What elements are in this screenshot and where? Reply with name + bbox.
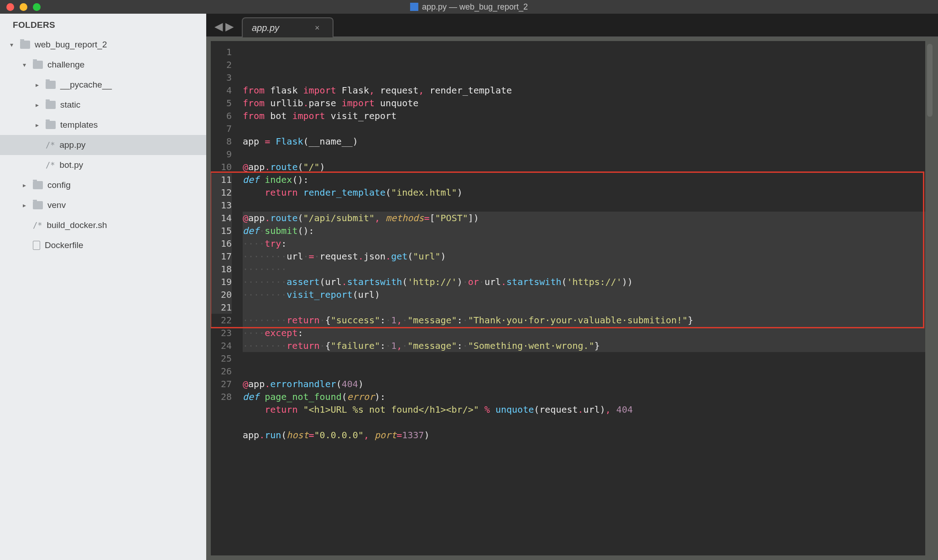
code-line[interactable]: @app.route("/") <box>243 161 933 173</box>
line-number[interactable]: 7 <box>211 122 232 135</box>
line-number[interactable]: 22 <box>211 314 232 327</box>
tree-item[interactable]: /*app.py <box>0 135 206 155</box>
code-line[interactable]: def index(): <box>243 173 933 186</box>
tab-close-icon[interactable]: × <box>315 23 320 33</box>
source-file-icon: /* <box>46 161 55 170</box>
code-line[interactable]: ····try: <box>243 237 933 250</box>
minimize-icon[interactable] <box>20 3 27 11</box>
line-number[interactable]: 23 <box>211 327 232 339</box>
chevron-down-icon[interactable]: ▾ <box>23 61 28 68</box>
nav-back-icon[interactable]: ◀ <box>214 20 223 33</box>
tree-item[interactable]: Dockerfile <box>0 235 206 255</box>
line-number[interactable]: 12 <box>211 186 232 199</box>
line-number[interactable]: 25 <box>211 352 232 365</box>
code-line[interactable]: ····except: <box>243 327 933 339</box>
folder-tree[interactable]: ▾web_bug_report_2▾challenge▸__pycache__▸… <box>0 35 206 255</box>
tree-item[interactable]: ▸config <box>0 175 206 195</box>
tree-item-label: challenge <box>47 60 84 70</box>
body: FOLDERS ▾web_bug_report_2▾challenge▸__py… <box>0 14 938 560</box>
line-number[interactable]: 9 <box>211 148 232 161</box>
tree-item[interactable]: ▸venv <box>0 195 206 215</box>
tree-item[interactable]: ▸__pycache__ <box>0 75 206 95</box>
code-line[interactable]: ········ <box>243 263 933 275</box>
line-number[interactable]: 17 <box>211 250 232 263</box>
tree-item-label: web_bug_report_2 <box>35 40 107 50</box>
line-number[interactable]: 15 <box>211 224 232 237</box>
code-line[interactable] <box>243 199 933 212</box>
line-number[interactable]: 8 <box>211 135 232 148</box>
tree-item[interactable]: ▸templates <box>0 115 206 135</box>
code-line[interactable] <box>243 416 933 429</box>
line-number[interactable]: 3 <box>211 71 232 84</box>
line-number[interactable]: 26 <box>211 365 232 378</box>
code-line[interactable]: ········visit_report(url) <box>243 288 933 301</box>
line-number[interactable]: 6 <box>211 109 232 122</box>
line-number[interactable]: 27 <box>211 378 232 390</box>
code-line[interactable] <box>243 352 933 365</box>
line-number[interactable]: 20 <box>211 288 232 301</box>
vertical-scrollbar[interactable] <box>927 44 933 117</box>
tree-item[interactable]: /*bot.py <box>0 155 206 175</box>
chevron-right-icon[interactable]: ▸ <box>23 202 28 209</box>
code-line[interactable] <box>243 122 933 135</box>
window-controls <box>6 3 41 11</box>
code-line[interactable]: def·submit(): <box>243 224 933 237</box>
code-line[interactable]: @app.route("/api/submit", methods=["POST… <box>243 212 933 224</box>
line-number[interactable]: 4 <box>211 84 232 97</box>
line-number[interactable]: 5 <box>211 97 232 109</box>
code-line[interactable]: ········assert(url.startswith('http://')… <box>243 275 933 288</box>
titlebar[interactable]: app.py — web_bug_report_2 <box>0 0 938 14</box>
code-content[interactable]: from flask import Flask, request, render… <box>238 41 933 555</box>
line-number[interactable]: 21 <box>211 301 232 314</box>
close-icon[interactable] <box>6 3 14 11</box>
tree-item[interactable]: ▾challenge <box>0 55 206 75</box>
line-number[interactable]: 14 <box>211 212 232 224</box>
line-number[interactable]: 18 <box>211 263 232 275</box>
code-line[interactable]: @app.errorhandler(404) <box>243 378 933 390</box>
line-number[interactable]: 13 <box>211 199 232 212</box>
code-line[interactable] <box>243 148 933 161</box>
tree-item-label: bot.py <box>59 160 83 170</box>
code-line[interactable] <box>243 365 933 378</box>
code-line[interactable]: from bot import visit_report <box>243 109 933 122</box>
line-number[interactable]: 2 <box>211 58 232 71</box>
code-line[interactable]: ········return·{"failure":·1,·"message":… <box>243 339 933 352</box>
tree-item-label: static <box>60 100 80 110</box>
line-number[interactable]: 28 <box>211 390 232 403</box>
chevron-right-icon[interactable]: ▸ <box>23 181 28 189</box>
file-icon <box>33 241 40 250</box>
chevron-right-icon[interactable]: ▸ <box>36 101 41 109</box>
tree-item[interactable]: /*build_docker.sh <box>0 215 206 235</box>
code-line[interactable] <box>243 301 933 314</box>
code-line[interactable]: ········return·{"success":·1,·"message":… <box>243 314 933 327</box>
chevron-right-icon[interactable]: ▸ <box>36 121 41 129</box>
tree-item[interactable]: ▸static <box>0 95 206 115</box>
code-line[interactable]: return render_template("index.html") <box>243 186 933 199</box>
code-line[interactable]: ········url·=·request.json.get("url") <box>243 250 933 263</box>
source-file-icon: /* <box>33 221 42 230</box>
line-number[interactable]: 1 <box>211 46 232 58</box>
code-line[interactable]: app = Flask(__name__) <box>243 135 933 148</box>
folder-icon <box>20 41 30 49</box>
line-number[interactable]: 19 <box>211 275 232 288</box>
sidebar[interactable]: FOLDERS ▾web_bug_report_2▾challenge▸__py… <box>0 14 206 560</box>
editor-shell: 1234567891011121314151617181920212223242… <box>206 37 938 560</box>
code-line[interactable]: from flask import Flask, request, render… <box>243 84 933 97</box>
code-line[interactable]: from urllib.parse import unquote <box>243 97 933 109</box>
nav-forward-icon[interactable]: ▶ <box>225 20 234 33</box>
code-line[interactable]: app.run(host="0.0.0.0", port=1337) <box>243 429 933 441</box>
line-number[interactable]: 16 <box>211 237 232 250</box>
chevron-down-icon[interactable]: ▾ <box>10 41 16 48</box>
tab-strip[interactable]: ◀ ▶ app.py × <box>206 14 938 37</box>
tree-item[interactable]: ▾web_bug_report_2 <box>0 35 206 55</box>
line-number[interactable]: 24 <box>211 339 232 352</box>
zoom-icon[interactable] <box>33 3 41 11</box>
chevron-right-icon[interactable]: ▸ <box>36 81 41 88</box>
code-line[interactable]: return "<h1>URL %s not found</h1><br/>" … <box>243 403 933 416</box>
code-editor[interactable]: 1234567891011121314151617181920212223242… <box>211 41 933 555</box>
tab-app-py[interactable]: app.py × <box>242 17 334 37</box>
code-line[interactable]: def page_not_found(error): <box>243 390 933 403</box>
line-number[interactable]: 11 <box>211 173 232 186</box>
line-number[interactable]: 10 <box>211 161 232 173</box>
editor-right-gutter <box>925 41 933 555</box>
